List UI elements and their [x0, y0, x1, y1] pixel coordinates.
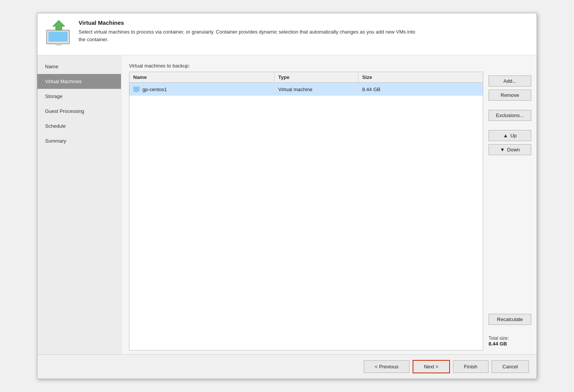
table-body: gp-centos1 Virtual machine 8.44 GB [129, 83, 483, 350]
main-area: Virtual machines to backup: Name Type Si… [121, 55, 537, 354]
sidebar-item-guest-processing[interactable]: Guest Processing [37, 104, 121, 119]
row-name: gp-centos1 [129, 85, 274, 94]
add-button[interactable]: Add... [489, 76, 531, 87]
sidebar-item-storage[interactable]: Storage [37, 89, 121, 104]
table-row[interactable]: gp-centos1 Virtual machine 8.44 GB [129, 83, 483, 96]
total-size-area: Total size: 8.44 GB [489, 333, 531, 347]
svg-rect-2 [56, 44, 62, 45]
row-type: Virtual machine [274, 85, 358, 94]
body: Name Virtual Machines Storage Guest Proc… [37, 55, 537, 354]
col-header-size: Size [358, 72, 483, 82]
vm-header-icon [45, 19, 73, 45]
vm-row-icon [133, 86, 140, 92]
sidebar-item-schedule[interactable]: Schedule [37, 119, 121, 133]
sidebar-item-summary[interactable]: Summary [37, 133, 121, 148]
svg-marker-3 [53, 20, 65, 30]
dialog: Virtual Machines Select virtual machines… [37, 13, 537, 379]
sidebar-item-name[interactable]: Name [37, 59, 121, 74]
footer: < Previous Next > Finish Cancel [37, 354, 537, 379]
svg-rect-5 [134, 88, 139, 90]
table-header: Name Type Size [129, 72, 483, 83]
sidebar: Name Virtual Machines Storage Guest Proc… [37, 55, 121, 354]
finish-button[interactable]: Finish [453, 360, 489, 373]
total-size-label: Total size: [489, 333, 531, 341]
svg-rect-6 [135, 91, 137, 92]
right-panel: Add... Remove Exclusions... ▲ up ▼ Down [483, 72, 537, 350]
exclusions-button[interactable]: Exclusions... [489, 110, 531, 121]
recalculate-button[interactable]: Recalculate [489, 314, 531, 325]
svg-rect-1 [48, 32, 68, 42]
dialog-title: Virtual Machines [79, 19, 422, 26]
remove-button[interactable]: Remove [489, 90, 531, 101]
dialog-description: Select virtual machines to process via c… [79, 28, 422, 43]
header-icon-area [45, 19, 73, 45]
next-button[interactable]: Next > [413, 360, 450, 373]
vm-table: Name Type Size [129, 72, 483, 350]
content-row: Name Type Size [129, 72, 537, 350]
total-size-value: 8.44 GB [489, 341, 531, 347]
up-button[interactable]: ▲ up [489, 130, 531, 141]
header-text: Virtual Machines Select virtual machines… [79, 19, 422, 43]
header: Virtual Machines Select virtual machines… [37, 13, 537, 55]
sidebar-item-virtual-machines[interactable]: Virtual Machines [37, 74, 121, 89]
col-header-name: Name [129, 72, 274, 82]
previous-button[interactable]: < Previous [364, 360, 410, 373]
down-arrow-icon: ▼ [500, 147, 505, 153]
row-size: 8.44 GB [358, 85, 483, 94]
section-label: Virtual machines to backup: [129, 63, 537, 69]
col-header-type: Type [274, 72, 358, 82]
down-button[interactable]: ▼ Down [489, 144, 531, 155]
up-arrow-icon: ▲ [503, 133, 508, 138]
cancel-button[interactable]: Cancel [492, 360, 529, 373]
